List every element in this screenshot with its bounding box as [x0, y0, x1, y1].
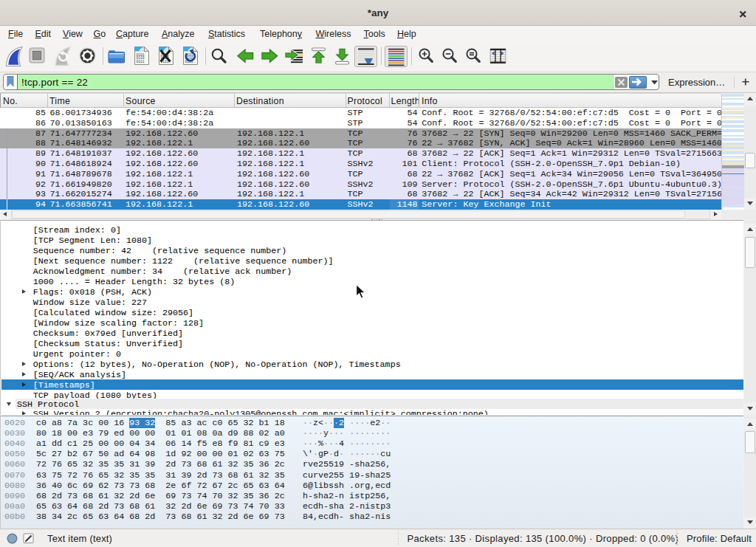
svg-text:0111: 0111	[137, 60, 145, 63]
